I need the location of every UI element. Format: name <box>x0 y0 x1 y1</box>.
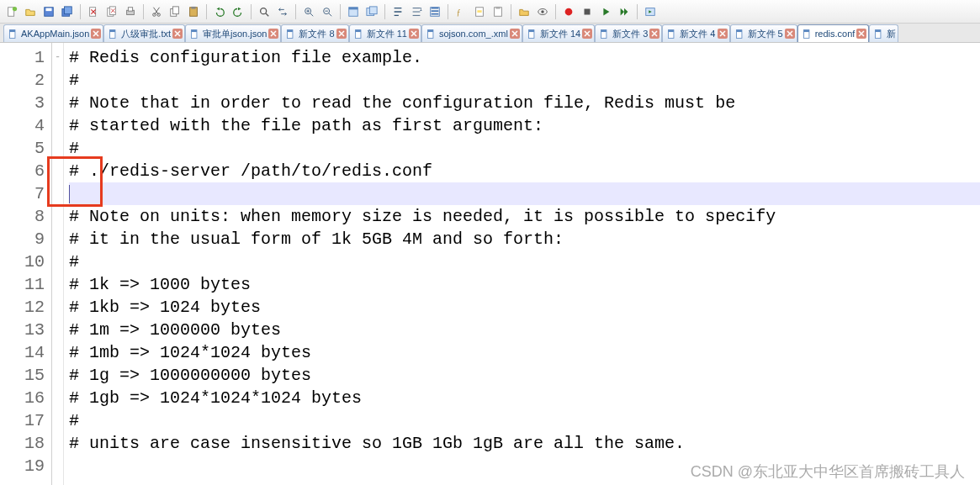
fast-fwd-icon[interactable] <box>616 3 633 20</box>
tab--11[interactable]: 新文件 11 <box>349 24 421 42</box>
zoom-in-icon[interactable] <box>300 3 317 20</box>
code-line[interactable]: # started with the file path as first ar… <box>69 114 980 137</box>
tab-close-icon[interactable] <box>649 29 660 39</box>
window-2-icon[interactable] <box>363 3 380 20</box>
save-icon[interactable] <box>40 3 57 20</box>
tab--json-json[interactable]: 审批单json.json <box>185 24 281 42</box>
tab-close-icon[interactable] <box>718 29 728 39</box>
code-line[interactable]: # 1gb => 1024*1024*1024 bytes <box>69 387 980 409</box>
tab--14[interactable]: 新文件 14 <box>522 24 595 42</box>
fold-marker[interactable] <box>52 228 63 250</box>
code-line[interactable]: # 1kb => 1024 bytes <box>69 296 980 319</box>
fold-marker[interactable] <box>52 137 63 160</box>
tab-close-icon[interactable] <box>409 29 419 39</box>
svg-point-32 <box>541 10 544 13</box>
wrap-center-icon[interactable] <box>426 3 443 20</box>
fold-marker[interactable] <box>52 160 63 182</box>
fold-marker[interactable] <box>52 114 63 137</box>
fold-marker[interactable] <box>52 92 63 114</box>
tab--[interactable]: 新 <box>869 24 898 42</box>
wrap-1-icon[interactable]: 1 <box>408 3 425 20</box>
code-line[interactable]: # 1m => 1000000 bytes <box>69 319 980 341</box>
code-line[interactable]: # units are case insensitive so 1GB 1Gb … <box>69 432 980 455</box>
fold-marker[interactable] <box>52 296 63 319</box>
run-icon[interactable] <box>642 3 659 20</box>
code-line[interactable]: # Redis configuration file example. <box>69 46 980 69</box>
wrap-left-icon[interactable] <box>389 3 406 20</box>
tab--4[interactable]: 新文件 4 <box>662 24 729 42</box>
code-line[interactable]: # 1mb => 1024*1024 bytes <box>69 341 980 364</box>
toolbar-separator <box>295 4 296 19</box>
fold-marker[interactable] <box>52 387 63 409</box>
fold-marker[interactable] <box>52 182 63 205</box>
tab--txt[interactable]: 八级审批.txt <box>103 24 185 42</box>
tab-close-icon[interactable] <box>172 29 183 39</box>
fold-marker[interactable]: - <box>52 46 63 69</box>
close-all-icon[interactable] <box>103 3 120 20</box>
tab-close-icon[interactable] <box>582 29 592 39</box>
fold-marker[interactable] <box>52 273 63 296</box>
line-number: 8 <box>0 205 45 228</box>
fold-marker[interactable] <box>52 341 63 364</box>
code-line[interactable]: # Note that in order to read the configu… <box>69 92 980 114</box>
tab-close-icon[interactable] <box>510 29 520 39</box>
func-icon[interactable]: ƒ <box>453 3 469 20</box>
print-icon[interactable] <box>122 3 139 20</box>
tab-AKAppMain-json[interactable]: AKAppMain.json <box>3 24 103 42</box>
fold-marker[interactable] <box>52 409 63 432</box>
find-icon[interactable] <box>256 3 273 20</box>
fold-marker[interactable] <box>52 319 63 341</box>
line-number: 9 <box>0 228 45 250</box>
copy-icon[interactable] <box>167 3 183 20</box>
cut-icon[interactable] <box>148 3 165 20</box>
code-line[interactable] <box>69 182 980 205</box>
code-line[interactable]: # <box>69 250 980 273</box>
play-icon[interactable] <box>597 3 614 20</box>
tab--3[interactable]: 新文件 3 <box>595 24 662 42</box>
fold-marker[interactable] <box>52 432 63 455</box>
tab--8[interactable]: 新文件 8 <box>281 24 348 42</box>
eye-icon[interactable] <box>534 3 551 20</box>
code-line[interactable]: # 1g => 1000000000 bytes <box>69 364 980 387</box>
redo-icon[interactable] <box>230 3 246 20</box>
tab-sojson-com-xml[interactable]: sojson.com_.xml <box>421 24 522 42</box>
open-icon[interactable] <box>22 3 39 20</box>
code-line[interactable]: # Note on units: when memory size is nee… <box>69 205 980 228</box>
window-1-icon[interactable] <box>345 3 362 20</box>
undo-icon[interactable] <box>211 3 228 20</box>
tab-close-icon[interactable] <box>336 29 347 39</box>
code-line[interactable]: # 1k => 1000 bytes <box>69 273 980 296</box>
tab-redis-conf[interactable]: redis.conf <box>797 24 870 42</box>
code-line[interactable]: # <box>69 409 980 432</box>
code-content[interactable]: # Redis configuration file example.## No… <box>64 43 980 485</box>
fold-marker[interactable] <box>52 455 63 477</box>
tab-close-icon[interactable] <box>856 29 866 39</box>
clipboard-icon[interactable] <box>490 3 506 20</box>
fold-marker[interactable] <box>52 364 63 387</box>
tab-close-icon[interactable] <box>268 29 278 39</box>
paste-icon[interactable] <box>185 3 202 20</box>
zoom-out-icon[interactable] <box>319 3 336 20</box>
tab--5[interactable]: 新文件 5 <box>730 24 797 42</box>
code-line[interactable]: # ./redis-server /path/to/redis.conf <box>69 160 980 182</box>
highlight-icon[interactable] <box>471 3 488 20</box>
code-line[interactable]: # <box>69 137 980 160</box>
folder-icon[interactable] <box>516 3 532 20</box>
fold-marker[interactable] <box>52 69 63 92</box>
toolbar-separator <box>80 4 81 19</box>
fold-marker[interactable] <box>52 250 63 273</box>
tab-label: 新文件 11 <box>367 28 407 40</box>
toolbar-separator <box>555 4 556 19</box>
save-all-icon[interactable] <box>59 3 76 20</box>
new-file-icon[interactable] <box>3 3 20 20</box>
tab-close-icon[interactable] <box>91 29 101 39</box>
code-line[interactable]: # <box>69 69 980 92</box>
close-icon[interactable] <box>85 3 102 20</box>
code-line[interactable] <box>69 455 980 477</box>
stop-icon[interactable] <box>579 3 596 20</box>
record-icon[interactable] <box>560 3 577 20</box>
fold-marker[interactable] <box>52 205 63 228</box>
tab-close-icon[interactable] <box>785 29 795 39</box>
replace-icon[interactable] <box>274 3 291 20</box>
code-line[interactable]: # it in the usual form of 1k 5GB 4M and … <box>69 228 980 250</box>
